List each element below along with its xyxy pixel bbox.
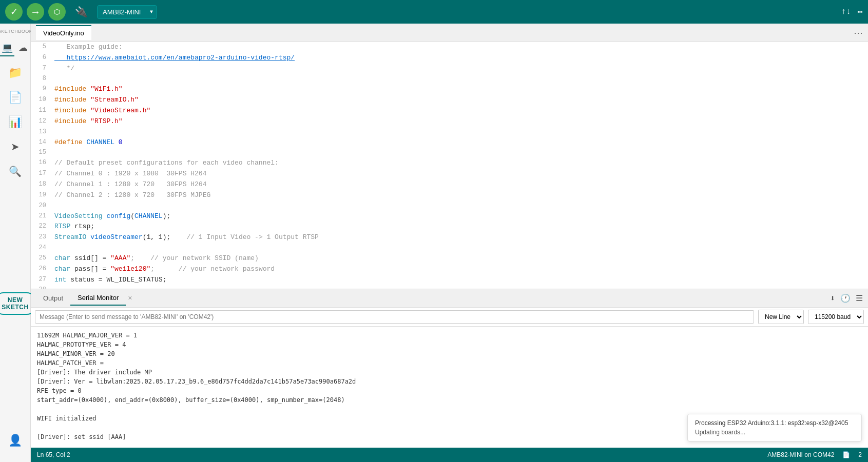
board-selector[interactable]: AMB82-MINI bbox=[97, 5, 157, 19]
notification-line2: Updating boards... bbox=[695, 429, 854, 436]
line-content: */ bbox=[52, 64, 868, 74]
status-file-icon: 📄 bbox=[842, 451, 850, 458]
line-number: 26 bbox=[31, 264, 52, 274]
status-board-port[interactable]: AMB82-MINI on COM42 bbox=[767, 451, 834, 458]
sidebar: SKETCHBOOK 💻 ☁ 📁 📄 📊 ➤ 🔍 NEW SKETCH 👤 bbox=[0, 24, 31, 462]
token-preproc: #include bbox=[54, 117, 86, 125]
code-line: 15 bbox=[31, 148, 868, 158]
code-line: 25char ssid[] = "AAA"; // your network S… bbox=[31, 253, 868, 264]
tab-serial-monitor[interactable]: Serial Monitor bbox=[70, 291, 126, 306]
line-content: #include "StreamIO.h" bbox=[52, 95, 868, 106]
code-line: 7 */ bbox=[31, 64, 868, 74]
tab-local[interactable]: 💻 bbox=[0, 40, 14, 56]
line-number: 6 bbox=[31, 53, 52, 63]
token-type: RTSP bbox=[54, 223, 70, 230]
newline-select[interactable]: New Line bbox=[758, 310, 804, 324]
token-fn: videoStreamer bbox=[90, 233, 142, 241]
line-number: 23 bbox=[31, 232, 52, 242]
line-content: // Channel 0 : 1920 x 1080 30FPS H264 bbox=[52, 169, 868, 179]
more-options-icon[interactable]: ⋯ bbox=[857, 6, 863, 17]
sidebar-item-search[interactable]: 🔍 bbox=[5, 161, 26, 182]
line-number: 14 bbox=[31, 137, 52, 147]
line-number: 12 bbox=[31, 116, 52, 126]
token-cmt: */ bbox=[54, 65, 74, 72]
token-type: StreamIO bbox=[54, 233, 86, 241]
token-str: "RTSP.h" bbox=[90, 117, 122, 125]
token-str: "StreamIO.h" bbox=[90, 96, 139, 104]
token-cmt: // Channel 0 : 1920 x 1080 30FPS H264 bbox=[54, 170, 206, 177]
line-content: StreamIO videoStreamer(1, 1); // 1 Input… bbox=[52, 232, 868, 243]
line-content: char ssid[] = "AAA"; // your network SSI… bbox=[52, 253, 868, 264]
code-line: 21VideoSetting config(CHANNEL); bbox=[31, 211, 868, 222]
sketchbook-label: SKETCHBOOK bbox=[0, 29, 32, 34]
line-number: 18 bbox=[31, 179, 52, 189]
line-content: RTSP rtsp; bbox=[52, 222, 868, 232]
tab-cloud[interactable]: ☁ bbox=[16, 40, 31, 56]
code-line: 27int status = WL_IDLE_STATUS; bbox=[31, 275, 868, 286]
status-bar-right: AMB82-MINI on COM42 📄 2 bbox=[767, 451, 862, 458]
line-content: // Channel 2 : 1280 x 720 30FPS MJPEG bbox=[52, 190, 868, 201]
sidebar-tab-row: 💻 ☁ bbox=[0, 40, 30, 56]
serial-output[interactable]: 11692M HALMAC_MAJOR_VER = 1 HALMAC_PROTO… bbox=[31, 327, 868, 448]
line-number: 9 bbox=[31, 84, 52, 94]
status-ln-col: Ln 65, Col 2 bbox=[37, 451, 70, 458]
token-str: "weile120" bbox=[110, 265, 150, 273]
token-preproc: #define bbox=[54, 138, 83, 146]
line-content: #include "WiFi.h" bbox=[52, 84, 868, 95]
board-usb-icon: 🔌 bbox=[75, 6, 88, 18]
sidebar-item-folder[interactable]: 📁 bbox=[5, 63, 26, 83]
editor-tab-more[interactable]: ⋯ bbox=[854, 27, 863, 38]
token-normal: ( bbox=[130, 212, 134, 220]
upload-button[interactable]: → bbox=[27, 3, 44, 21]
code-line: 13 bbox=[31, 127, 868, 137]
token-str: "AAA" bbox=[110, 254, 130, 262]
code-line: 5 Example guide: bbox=[31, 42, 868, 53]
line-content: https://www.amebaiot.com/en/amebapro2-ar… bbox=[52, 53, 868, 64]
line-number: 19 bbox=[31, 190, 52, 200]
line-content: VideoSetting config(CHANNEL); bbox=[52, 211, 868, 222]
editor-tab-bar: VideoOnly.ino ⋯ bbox=[31, 24, 868, 42]
sidebar-item-library[interactable]: 📊 bbox=[5, 112, 26, 132]
sidebar-item-pages[interactable]: 📄 bbox=[5, 87, 26, 108]
line-content: // Default preset configurations for eac… bbox=[52, 158, 868, 169]
code-line: 26char pass[] = "weile120"; // your netw… bbox=[31, 264, 868, 275]
token-link: https://www.amebaiot.com/en/amebapro2-ar… bbox=[54, 54, 295, 62]
sidebar-bottom: 👤 bbox=[5, 430, 26, 457]
token-normal: rtsp; bbox=[70, 223, 94, 230]
token-str: "VideoStream.h" bbox=[90, 107, 150, 114]
line-number: 25 bbox=[31, 253, 52, 263]
token-cmt: ; // your network password bbox=[150, 265, 275, 273]
code-editor[interactable]: 5 Example guide:6 https://www.amebaiot.c… bbox=[31, 42, 868, 289]
baud-select[interactable]: 115200 baud bbox=[808, 310, 864, 324]
tab-output[interactable]: Output bbox=[36, 291, 70, 305]
sidebar-item-debug[interactable]: ➤ bbox=[5, 136, 26, 157]
code-line: 24 bbox=[31, 243, 868, 253]
code-line: 23StreamIO videoStreamer(1, 1); // 1 Inp… bbox=[31, 232, 868, 243]
serial-monitor-close[interactable]: × bbox=[128, 294, 132, 303]
editor-tab-videoonly[interactable]: VideoOnly.ino bbox=[36, 25, 91, 40]
bottom-tabs: Output Serial Monitor × ⬇ 🕐 ☰ bbox=[31, 289, 868, 308]
line-number: 15 bbox=[31, 148, 52, 157]
verify-button[interactable]: ✓ bbox=[5, 3, 23, 21]
line-number: 7 bbox=[31, 64, 52, 73]
board-selector-wrapper[interactable]: AMB82-MINI bbox=[92, 5, 157, 19]
tab-serial-wrapper: Serial Monitor × bbox=[70, 291, 132, 306]
list-icon[interactable]: ☰ bbox=[856, 293, 863, 304]
serial-message-input[interactable] bbox=[35, 310, 754, 324]
debug-button[interactable]: ⬡ bbox=[48, 3, 66, 21]
token-normal: status = WL_IDLE_STATUS; bbox=[66, 276, 166, 284]
token-fn: CHANNEL bbox=[134, 212, 163, 220]
token-normal: ssid[] = bbox=[70, 254, 110, 262]
status-bar: Ln 65, Col 2 AMB82-MINI on COM42 📄 2 bbox=[31, 448, 868, 462]
line-number: 22 bbox=[31, 222, 52, 231]
code-line: 6 https://www.amebaiot.com/en/amebapro2-… bbox=[31, 53, 868, 64]
token-fn: CHANNEL bbox=[86, 138, 114, 146]
clock-icon[interactable]: 🕐 bbox=[840, 293, 851, 304]
token-preprocval: 0 bbox=[119, 138, 123, 146]
line-content: Example guide: bbox=[52, 42, 868, 53]
scroll-down-icon[interactable]: ⬇ bbox=[830, 293, 835, 304]
line-number: 5 bbox=[31, 42, 52, 52]
code-line: 8 bbox=[31, 74, 868, 84]
user-account-button[interactable]: 👤 bbox=[5, 430, 26, 451]
serial-plotter-icon[interactable]: ↑↓ bbox=[841, 7, 851, 16]
